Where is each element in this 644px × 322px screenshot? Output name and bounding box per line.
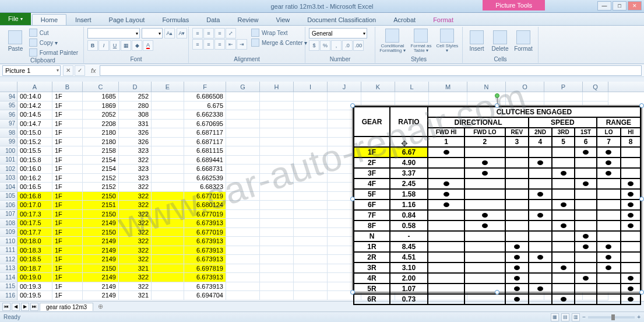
cell[interactable]: 331 — [119, 120, 152, 129]
cell[interactable] — [226, 192, 260, 201]
cell[interactable]: 00:17.5 — [17, 219, 52, 228]
cell[interactable]: 6.677019 — [184, 210, 226, 219]
cell[interactable] — [226, 138, 260, 147]
cell[interactable]: 2154 — [83, 164, 119, 174]
cell[interactable] — [294, 282, 328, 292]
tab-page-layout[interactable]: Page Layout — [100, 14, 154, 25]
merge-center-button[interactable]: Merge & Center ▾ — [249, 38, 309, 47]
cell[interactable] — [328, 92, 361, 102]
cell[interactable] — [226, 92, 260, 102]
row-header[interactable]: 116 — [0, 291, 17, 300]
col-header-G[interactable]: G — [226, 82, 260, 92]
cell[interactable] — [226, 273, 260, 282]
cell[interactable]: 326 — [119, 128, 152, 138]
cell[interactable]: 322 — [119, 201, 152, 210]
format-cells-button[interactable]: Format — [513, 28, 534, 54]
cell[interactable]: 6.673913 — [184, 255, 226, 264]
cell[interactable] — [260, 282, 294, 292]
cell[interactable]: 1F — [52, 164, 83, 174]
cell[interactable]: 00:16.8 — [17, 192, 52, 201]
cell[interactable]: 1F — [52, 219, 83, 228]
number-format-select[interactable]: General — [309, 28, 367, 38]
col-header-J[interactable]: J — [328, 82, 361, 92]
cell[interactable] — [260, 291, 294, 300]
row-header[interactable]: 108 — [0, 219, 17, 228]
cell[interactable] — [294, 164, 328, 174]
resize-handle-tl[interactable] — [350, 103, 355, 108]
align-middle-button[interactable]: ≡ — [203, 28, 214, 38]
cell[interactable]: 2150 — [83, 228, 119, 237]
cell[interactable] — [152, 291, 184, 300]
underline-button[interactable]: U — [110, 40, 120, 51]
cell[interactable] — [294, 201, 328, 210]
cell[interactable]: 2150 — [83, 192, 119, 201]
cell[interactable]: 326 — [119, 138, 152, 147]
cell[interactable] — [226, 201, 260, 210]
col-header-L[interactable]: L — [395, 82, 429, 92]
cell[interactable] — [152, 174, 184, 183]
delete-cells-button[interactable]: Delete — [490, 28, 511, 54]
cell[interactable] — [294, 219, 328, 228]
row-header[interactable]: 99 — [0, 138, 17, 147]
cell[interactable] — [226, 291, 260, 300]
format-painter-button[interactable]: Format Painter — [27, 48, 80, 57]
row-header[interactable]: 98 — [0, 128, 17, 138]
cell[interactable]: 322 — [119, 282, 152, 292]
row-header[interactable]: 109 — [0, 228, 17, 237]
cell[interactable]: 322 — [119, 183, 152, 192]
cell[interactable] — [226, 120, 260, 129]
orientation-button[interactable]: ⤢ — [226, 28, 236, 38]
cell[interactable]: 2149 — [83, 282, 119, 292]
cell[interactable] — [260, 156, 294, 165]
cell[interactable] — [226, 246, 260, 256]
col-header-I[interactable]: I — [294, 82, 328, 92]
resize-handle-tr[interactable] — [639, 103, 644, 108]
cell[interactable]: 2180 — [83, 138, 119, 147]
cell[interactable]: 308 — [119, 110, 152, 120]
tab-acrobat[interactable]: Acrobat — [385, 14, 424, 25]
cell[interactable]: 1F — [52, 102, 83, 111]
cell[interactable] — [260, 92, 294, 102]
cell[interactable]: 6.687117 — [184, 128, 226, 138]
cell[interactable] — [294, 183, 328, 192]
cell[interactable] — [226, 164, 260, 174]
cell[interactable] — [152, 102, 184, 111]
cell[interactable]: 00:19.3 — [17, 282, 52, 292]
cell[interactable]: 6.680124 — [184, 201, 226, 210]
row-header[interactable]: 110 — [0, 237, 17, 246]
cell[interactable] — [260, 264, 294, 274]
cell[interactable] — [152, 138, 184, 147]
new-sheet-button[interactable]: ⊕ — [94, 303, 107, 310]
cell[interactable] — [152, 201, 184, 210]
format-as-table-button[interactable]: Format as Table ▾ — [409, 28, 434, 54]
zoom-in-button[interactable]: + — [637, 314, 641, 320]
cell[interactable]: 00:18.7 — [17, 264, 52, 274]
maximize-button[interactable]: □ — [613, 1, 627, 10]
cell[interactable] — [260, 164, 294, 174]
cell[interactable]: 00:18.5 — [17, 255, 52, 264]
cell[interactable]: 6.670695 — [184, 120, 226, 129]
cell[interactable]: 323 — [119, 146, 152, 156]
cell[interactable] — [467, 92, 506, 102]
cell[interactable] — [260, 273, 294, 282]
insert-cells-button[interactable]: Insert — [466, 28, 487, 54]
cell[interactable]: 322 — [119, 273, 152, 282]
cell[interactable]: 1F — [52, 120, 83, 129]
col-header-C[interactable]: C — [83, 82, 119, 92]
cell[interactable] — [152, 183, 184, 192]
cell[interactable]: 2152 — [83, 174, 119, 183]
view-normal-button[interactable]: ▦ — [551, 313, 559, 321]
cell[interactable]: 1F — [52, 128, 83, 138]
cell[interactable] — [152, 210, 184, 219]
rotate-handle[interactable] — [495, 93, 499, 98]
zoom-slider[interactable] — [588, 316, 635, 318]
cell[interactable] — [226, 110, 260, 120]
row-header[interactable]: 95 — [0, 102, 17, 111]
tab-data[interactable]: Data — [198, 14, 228, 25]
cell[interactable] — [226, 282, 260, 292]
cell[interactable] — [260, 110, 294, 120]
close-button[interactable]: ✕ — [628, 1, 642, 10]
cell[interactable] — [226, 219, 260, 228]
view-break-button[interactable]: ▥ — [572, 313, 580, 321]
cell[interactable]: 00:17.0 — [17, 201, 52, 210]
